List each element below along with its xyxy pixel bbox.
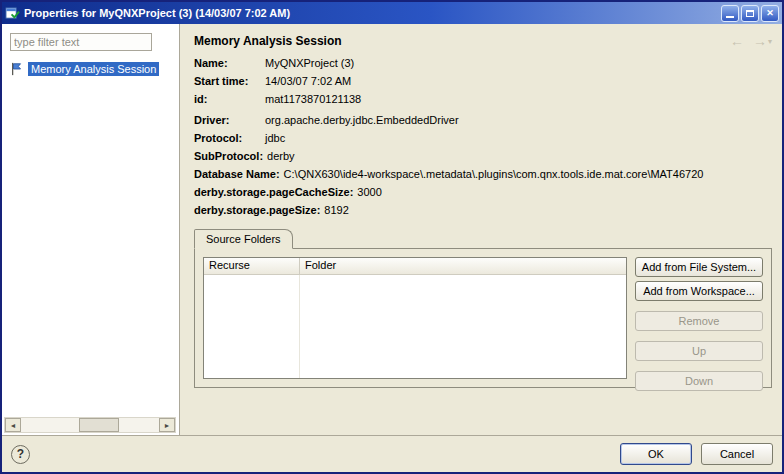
- add-from-file-system-button[interactable]: Add from File System...: [635, 257, 763, 277]
- property-label: SubProtocol:: [194, 150, 267, 163]
- tree-item-memory-analysis-session[interactable]: Memory Analysis Session: [10, 62, 171, 76]
- property-label: Driver:: [194, 114, 265, 127]
- property-label: Protocol:: [194, 132, 265, 145]
- minimize-button[interactable]: [721, 5, 739, 22]
- property-label: Start time:: [194, 75, 265, 88]
- table-body[interactable]: [204, 275, 626, 378]
- remove-button: Remove: [635, 311, 763, 331]
- tab-source-folders[interactable]: Source Folders: [194, 229, 293, 249]
- property-row: Database Name: C:\QNX630\ide4-workspace\…: [194, 168, 770, 181]
- property-label: id:: [194, 93, 265, 106]
- property-label: derby.storage.pageSize:: [194, 204, 324, 217]
- down-button: Down: [635, 371, 763, 391]
- window-title: Properties for MyQNXProject (3) (14/03/0…: [24, 7, 717, 19]
- help-button[interactable]: ?: [11, 445, 30, 464]
- property-row: Protocol: jdbc: [194, 132, 770, 145]
- close-button[interactable]: ✕: [761, 5, 779, 22]
- property-value: C:\QNX630\ide4-workspace\.metadata\.plug…: [284, 168, 770, 181]
- titlebar[interactable]: Properties for MyQNXProject (3) (14/03/0…: [2, 2, 782, 24]
- column-header-folder[interactable]: Folder: [300, 258, 626, 274]
- session-flag-icon: [10, 62, 24, 76]
- chevron-down-icon: ▾: [768, 37, 772, 46]
- property-row: Driver: org.apache.derby.jdbc.EmbeddedDr…: [194, 114, 770, 127]
- folder-buttons: Add from File System... Add from Workspa…: [635, 257, 763, 379]
- property-value: mat1173870121138: [265, 93, 770, 106]
- property-value: 3000: [357, 186, 770, 199]
- scroll-left-icon[interactable]: ◄: [5, 418, 21, 432]
- scroll-thumb[interactable]: [79, 418, 119, 432]
- main-panel: Memory Analysis Session ← → ▾ Name: MyQN…: [180, 24, 782, 435]
- ok-button[interactable]: OK: [620, 443, 692, 465]
- sidebar: Memory Analysis Session ◄ ►: [2, 24, 180, 435]
- maximize-button[interactable]: [741, 5, 759, 22]
- page-header: Memory Analysis Session ← → ▾: [180, 24, 782, 51]
- source-folders-section: Source Folders Recurse Folder Add from F…: [194, 228, 772, 388]
- property-value: org.apache.derby.jdbc.EmbeddedDriver: [265, 114, 770, 127]
- column-header-recurse[interactable]: Recurse: [204, 258, 300, 274]
- tree: Memory Analysis Session: [10, 62, 171, 76]
- property-row: Name: MyQNXProject (3): [194, 57, 770, 70]
- footer: ? OK Cancel: [2, 436, 782, 472]
- property-row: id: mat1173870121138: [194, 93, 770, 106]
- property-value: 14/03/07 7:02 AM: [265, 75, 770, 88]
- page-title: Memory Analysis Session: [194, 34, 342, 48]
- property-row: Start time: 14/03/07 7:02 AM: [194, 75, 770, 88]
- property-value: jdbc: [265, 132, 770, 145]
- property-row: SubProtocol: derby: [194, 150, 770, 163]
- property-row: derby.storage.pageCacheSize: 3000: [194, 186, 770, 199]
- source-folders-group: Recurse Folder Add from File System... A…: [194, 248, 772, 388]
- property-label: derby.storage.pageCacheSize:: [194, 186, 357, 199]
- scroll-track[interactable]: [21, 418, 159, 432]
- recurse-column: [204, 275, 300, 378]
- property-value: MyQNXProject (3): [265, 57, 770, 70]
- property-value: 8192: [324, 204, 770, 217]
- property-value: derby: [267, 150, 770, 163]
- table-header: Recurse Folder: [204, 258, 626, 275]
- filter-input[interactable]: [10, 33, 152, 51]
- back-icon: ←: [730, 33, 744, 49]
- folders-table[interactable]: Recurse Folder: [203, 257, 627, 379]
- dialog-body: Memory Analysis Session ◄ ► Memory Analy…: [2, 24, 782, 436]
- property-row: derby.storage.pageSize: 8192: [194, 204, 770, 217]
- window-icon: [5, 6, 20, 21]
- scroll-right-icon[interactable]: ►: [159, 418, 175, 432]
- forward-icon: →: [753, 33, 767, 49]
- property-label: Database Name:: [194, 168, 284, 181]
- up-button: Up: [635, 341, 763, 361]
- sidebar-horizontal-scrollbar[interactable]: ◄ ►: [4, 417, 176, 433]
- property-label: Name:: [194, 57, 265, 70]
- tree-item-label: Memory Analysis Session: [28, 62, 159, 76]
- properties-dialog: Properties for MyQNXProject (3) (14/03/0…: [0, 0, 784, 474]
- add-from-workspace-button[interactable]: Add from Workspace...: [635, 281, 763, 301]
- properties-list: Name: MyQNXProject (3) Start time: 14/03…: [180, 51, 782, 222]
- cancel-button[interactable]: Cancel: [701, 443, 773, 465]
